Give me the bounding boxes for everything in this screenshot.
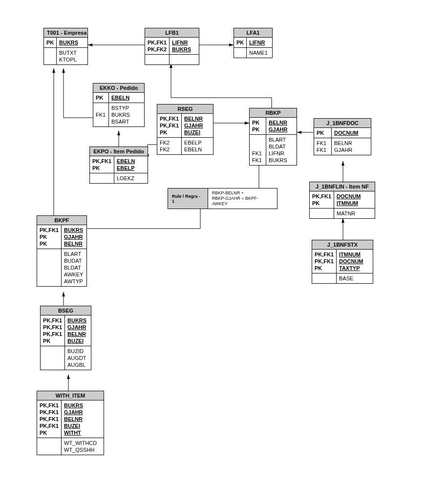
field: BELNR: [64, 240, 83, 247]
field: ITMNUM: [337, 200, 361, 207]
field: GJAHR: [334, 147, 352, 153]
entity-title: RBKP: [250, 108, 297, 118]
key-label: PK,FK1: [40, 416, 59, 422]
entity-with-item: WITH_ITEM PK,FK1 PK,FK1 PK,FK1 PK,FK1 PK…: [37, 391, 104, 455]
key-label: PK,FK1: [160, 115, 179, 122]
entity-bseg: BSEG PK,FK1 PK,FK1 PK,FK1 PK BUKRS GJAHR…: [40, 306, 91, 370]
key-label: FK1: [317, 147, 329, 153]
field: BUZEI: [184, 129, 203, 136]
key-label: PK: [40, 233, 59, 240]
field: NAME1: [249, 49, 268, 56]
field: DOCNUM: [334, 129, 359, 136]
field: GJAHR: [269, 126, 288, 133]
field: BLART: [64, 251, 83, 257]
entity-title: BKPF: [37, 216, 86, 225]
field: BUZID: [67, 348, 86, 355]
field: LIFNR: [172, 39, 191, 46]
key-label: PK: [252, 126, 263, 133]
key-label: PK,FK1: [43, 317, 62, 324]
field: MATNR: [337, 210, 355, 217]
field: BELNR: [269, 119, 288, 126]
field: BUTXT: [59, 49, 77, 56]
field: DOCNUM: [337, 193, 361, 200]
key-label: PK,FK1: [315, 258, 334, 265]
field: LOEKZ: [117, 175, 134, 182]
entity-title: BSEG: [41, 306, 91, 315]
field: AWTYP: [64, 278, 83, 285]
key-label: PK: [160, 129, 179, 136]
field: WT_WITHCD: [64, 440, 97, 446]
field: BUZEI: [64, 422, 83, 429]
key-label: PK: [40, 429, 59, 436]
field: BUKRS: [67, 317, 86, 324]
field: EBELN: [111, 94, 129, 101]
key-label: PK: [236, 39, 244, 46]
key-label: PK: [315, 265, 334, 272]
field: BUKRS: [64, 227, 83, 233]
field: GJAHR: [64, 233, 83, 240]
entity-ekko: EKKO - Pedido PK EBELN FK1 BSTYP BUKRS B…: [93, 83, 145, 127]
field: BSART: [111, 118, 130, 125]
entity-j1bnflin: J_1BNFLIN - Item NF PK,FK1 PK DOCNUM ITM…: [309, 182, 375, 219]
field: BSTYP: [111, 105, 130, 111]
entity-j1bnfstx: J_1BNFSTX PK,FK1 PK,FK1 PK ITMNUM DOCNUM…: [312, 240, 373, 284]
field: BUKRS: [172, 46, 191, 53]
key-label: PK,FK1: [312, 193, 331, 200]
field: BUKRS: [64, 402, 83, 409]
field: GJAHR: [64, 409, 83, 416]
key-label: FK1: [252, 157, 263, 164]
field: BUZEI: [67, 337, 86, 344]
field: BELNR: [334, 140, 352, 147]
field: BASE: [339, 275, 353, 282]
key-label: PK: [312, 200, 331, 207]
field: DOCNUM: [339, 258, 363, 265]
field: BUDAT: [64, 257, 83, 264]
entity-title: J_1BNFLIN - Item NF: [310, 182, 375, 191]
entity-lfa1: LFA1 PK LIFNR NAME1: [234, 28, 273, 58]
entity-lfb1: LFB1 PK,FK1 PK,FK2 LIFNR BUKRS: [145, 28, 199, 65]
field: BELNR: [184, 115, 203, 122]
key-label: PK,FK1: [43, 324, 62, 331]
entity-title: J_1BNFDOC: [314, 119, 371, 128]
field: BUKRS: [111, 111, 130, 118]
key-label: PK: [40, 240, 59, 247]
key-label: PK,FK1: [43, 331, 62, 337]
key-label: PK: [317, 129, 329, 136]
key-label: PK,FK1: [148, 39, 167, 46]
entity-title: EKPO - Item Pedido: [90, 147, 148, 156]
entity-title: J_1BNFSTX: [312, 240, 373, 250]
key-label: PK,FK1: [315, 251, 334, 258]
key-label: FK1: [317, 140, 329, 147]
entity-bkpf: BKPF PK,FK1 PK PK BUKRS GJAHR BELNR BLAR…: [37, 215, 87, 287]
rule-title: Rule / Regra - 1: [168, 189, 208, 209]
entity-title: EKKO - Pedido: [93, 84, 144, 93]
key-label: PK: [96, 94, 106, 101]
key-label: PK,FK1: [92, 158, 111, 165]
entity-t001: T001 - Empresa PK BUKRS BUTXT KTOPL: [43, 28, 88, 65]
field: GJAHR: [67, 324, 86, 331]
field: EBELP: [117, 165, 135, 171]
field: BELNR: [64, 416, 83, 422]
key-label: PK,FK1: [40, 402, 59, 409]
field: WT_QSSHH: [64, 446, 97, 453]
entity-title: LFA1: [234, 28, 272, 38]
key-label: PK,FK1: [40, 227, 59, 233]
field: LIFNR: [249, 39, 265, 46]
rule-box: Rule / Regra - 1 RBKP-BELNR + RBKP-GJAHR…: [168, 188, 277, 209]
field: BLDAT: [269, 143, 287, 150]
field: AUGDT: [67, 355, 86, 361]
field: BUKRS: [269, 157, 287, 164]
key-label: PK,FK1: [160, 122, 179, 129]
key-label: FK2: [160, 146, 179, 153]
key-label: PK,FK1: [40, 422, 59, 429]
entity-title: LFB1: [145, 28, 199, 38]
field: WITHT: [64, 429, 83, 436]
field: GJAHR: [184, 122, 203, 129]
rule-text: RBKP-GJAHR = BKPF-AWKEY: [212, 196, 273, 207]
rule-text: RBKP-BELNR +: [212, 190, 273, 196]
key-label: PK: [43, 337, 62, 344]
field: LIFNR: [269, 150, 287, 157]
entity-title: RSEG: [157, 105, 213, 114]
entity-title: T001 - Empresa: [44, 28, 87, 38]
entity-rseg: RSEG PK,FK1 PK,FK1 PK BELNR GJAHR BUZEI …: [157, 104, 213, 155]
